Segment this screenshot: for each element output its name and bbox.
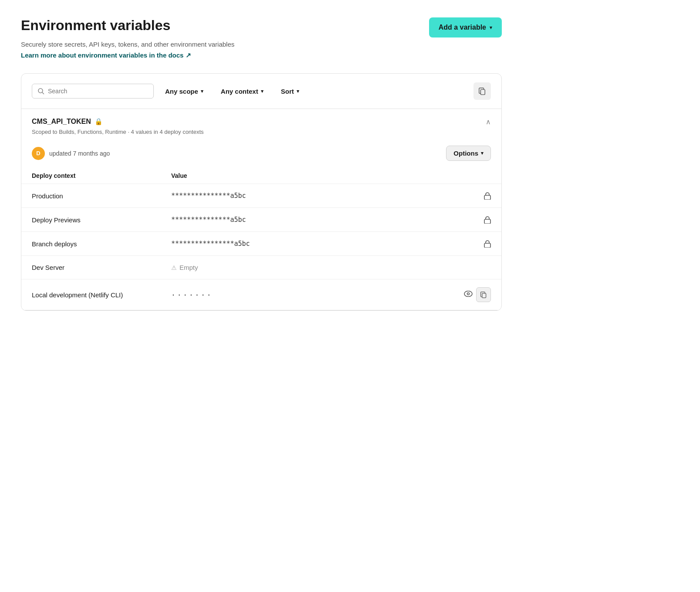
svg-rect-5 xyxy=(484,243,490,248)
options-button[interactable]: Options ▾ xyxy=(446,146,491,161)
search-input[interactable] xyxy=(48,88,148,95)
svg-rect-3 xyxy=(484,195,490,200)
svg-rect-4 xyxy=(484,219,490,224)
variable-updated: D updated 7 months ago Options ▾ xyxy=(21,141,501,168)
avatar: D xyxy=(32,147,45,160)
variable-item: CMS_API_TOKEN 🔒 ∧ Scoped to Builds, Func… xyxy=(21,109,501,310)
page-description: Securely store secrets, API keys, tokens… xyxy=(21,41,234,48)
svg-rect-8 xyxy=(482,293,486,298)
search-icon xyxy=(37,88,44,95)
reveal-button[interactable] xyxy=(464,291,473,299)
chevron-down-icon: ▾ xyxy=(490,25,492,31)
local-dev-actions xyxy=(439,287,491,302)
chevron-down-icon: ▾ xyxy=(481,150,484,156)
table-row: Local development (Netlify CLI) ······· xyxy=(21,279,501,310)
filter-bar: Any scope ▾ Any context ▾ Sort ▾ xyxy=(21,74,501,109)
lock-icon xyxy=(465,240,491,248)
copy-icon xyxy=(478,87,486,95)
docs-link[interactable]: Learn more about environment variables i… xyxy=(21,51,191,59)
updated-info: D updated 7 months ago xyxy=(32,147,110,160)
variable-name: CMS_API_TOKEN 🔒 xyxy=(32,118,103,126)
main-card: Any scope ▾ Any context ▾ Sort ▾ CMS_API… xyxy=(21,73,502,311)
warning-icon: ⚠ xyxy=(171,264,177,271)
variable-header: CMS_API_TOKEN 🔒 ∧ xyxy=(21,109,501,129)
chevron-down-icon: ▾ xyxy=(201,88,203,94)
page-title: Environment variables xyxy=(21,17,234,34)
collapse-icon[interactable]: ∧ xyxy=(486,118,491,126)
copy-icon xyxy=(480,291,487,298)
lock-icon: 🔒 xyxy=(95,118,103,126)
copy-button[interactable] xyxy=(476,287,491,302)
svg-line-1 xyxy=(42,92,44,94)
table-row: Branch deploys ****************a5bc xyxy=(21,231,501,255)
table-row: Dev Server ⚠ Empty xyxy=(21,255,501,279)
chevron-down-icon: ▾ xyxy=(297,88,299,94)
eye-icon xyxy=(464,291,473,297)
svg-point-7 xyxy=(467,293,470,295)
scope-dropdown[interactable]: Any scope ▾ xyxy=(159,84,210,99)
table-row: Deploy Previews ***************a5bc xyxy=(21,208,501,231)
add-variable-button[interactable]: Add a variable ▾ xyxy=(429,17,502,37)
chevron-down-icon: ▾ xyxy=(261,88,264,94)
lock-icon xyxy=(465,216,491,224)
empty-value: ⚠ Empty xyxy=(171,264,465,271)
table-header: Deploy context Value xyxy=(21,168,501,184)
copy-all-button[interactable] xyxy=(473,82,491,100)
context-dropdown[interactable]: Any context ▾ xyxy=(215,84,270,99)
search-wrapper xyxy=(32,84,154,99)
lock-icon xyxy=(465,192,491,200)
table-row: Production ***************a5bc xyxy=(21,184,501,208)
svg-point-6 xyxy=(464,291,472,297)
page-header: Environment variables Securely store sec… xyxy=(21,17,502,59)
sort-dropdown[interactable]: Sort ▾ xyxy=(275,84,305,99)
header-left: Environment variables Securely store sec… xyxy=(21,17,234,59)
svg-rect-2 xyxy=(480,89,485,95)
variable-meta: Scoped to Builds, Functions, Runtime · 4… xyxy=(21,129,501,141)
